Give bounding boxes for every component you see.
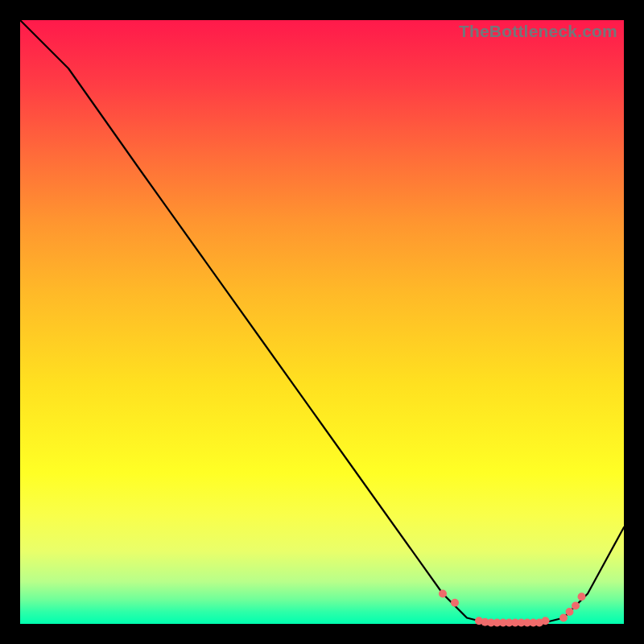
plot-area: TheBottleneck.com: [20, 20, 624, 624]
marker-group: [439, 590, 586, 627]
marker-point: [542, 617, 550, 625]
chart-frame: { "watermark": "TheBottleneck.com", "cha…: [0, 0, 644, 644]
marker-point: [439, 590, 447, 598]
marker-point: [566, 608, 574, 616]
chart-svg: [20, 20, 624, 624]
marker-point: [572, 602, 580, 610]
marker-point: [559, 614, 568, 622]
marker-point: [451, 599, 459, 607]
marker-point: [578, 592, 586, 601]
bottleneck-curve-line: [20, 20, 624, 624]
